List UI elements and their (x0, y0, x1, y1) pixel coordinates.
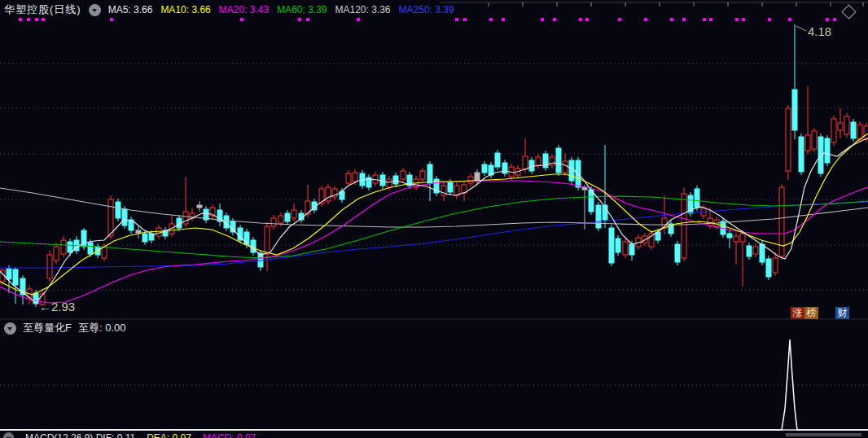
bottom-indicator-text-3: MACD: 0.07 (203, 432, 256, 438)
bottom-indicator-text-1: MACD(12,26,9) DIF: 0.11 (25, 432, 135, 438)
collapse-panel-icon[interactable] (89, 4, 101, 16)
indicator-value: 至尊: 0.00 (78, 321, 126, 335)
indicator-spike-line (0, 339, 868, 430)
stock-title: 华塑控股(日线) (4, 2, 81, 17)
tag-badge-2[interactable]: 榜 (804, 307, 818, 319)
collapse-indicator-icon[interactable] (4, 322, 16, 335)
bottom-indicator-header-clipped: MACD(12,26,9) DIF: 0.11DEA: 0.07MACD: 0.… (3, 432, 256, 438)
ma-label-ma10: MA10: 3.66 (160, 4, 210, 15)
stock-chart-window: 4.18←2.93 华塑控股(日线) MA5: 3.66MA10: 3.66MA… (0, 0, 868, 438)
candlestick-chart: 4.18←2.93 (0, 0, 868, 438)
bottom-indicator-text-2: DEA: 0.07 (147, 432, 191, 438)
indicator-name: 至尊量化F (23, 321, 72, 335)
main-chart-header: 华塑控股(日线) MA5: 3.66MA10: 3.66MA20: 3.43MA… (4, 2, 454, 17)
indicator-panel-header: 至尊量化F 至尊: 0.00 (4, 321, 125, 335)
signal-dots (19, 18, 836, 21)
scrollbar-thumb[interactable] (786, 433, 861, 436)
high-price-label: 4.18 (808, 24, 831, 38)
ma-line-MA5 (0, 138, 868, 303)
bottom-indicator-values: MACD(12,26,9) DIF: 0.11DEA: 0.07MACD: 0.… (25, 432, 256, 438)
low-price-label: ←2.93 (39, 300, 75, 313)
ma-label-ma120: MA120: 3.36 (335, 4, 391, 15)
tag-badge-3[interactable]: 财 (835, 307, 849, 319)
tag-badge-1[interactable]: 涨 (791, 307, 804, 319)
ma-line-MA10 (0, 134, 868, 295)
ma-value-list: MA5: 3.66MA10: 3.66MA20: 3.43MA60: 3.39M… (108, 4, 454, 15)
ma-label-ma20: MA20: 3.43 (219, 4, 269, 15)
price-gridlines (0, 64, 868, 290)
ma-label-ma60: MA60: 3.39 (277, 4, 327, 15)
ma-label-ma250: MA250: 3.39 (399, 4, 454, 15)
candles (0, 24, 868, 307)
collapse-bottom-icon[interactable] (3, 432, 14, 438)
top-axis (440, 2, 868, 7)
ma-label-ma5: MA5: 3.66 (108, 4, 153, 15)
